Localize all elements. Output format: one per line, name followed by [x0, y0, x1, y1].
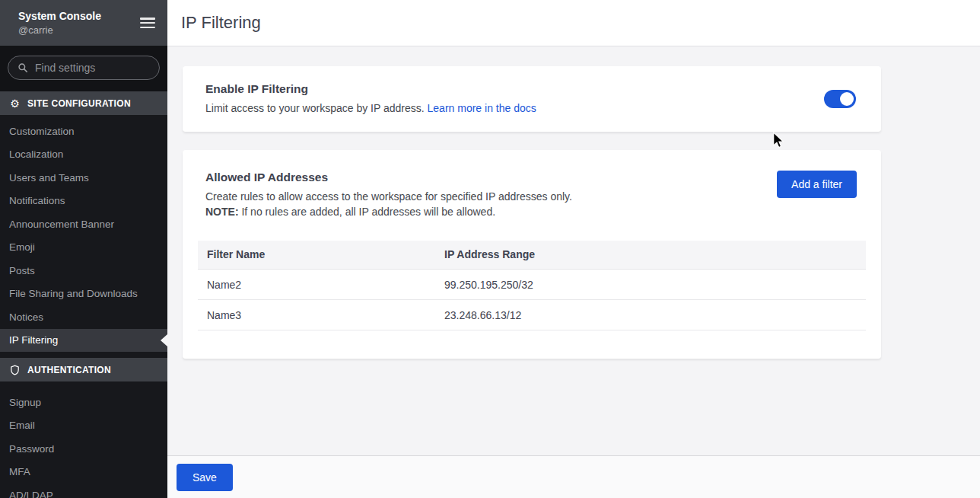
allowed-ip-addresses-text: Allowed IP Addresses Create rules to all…	[205, 171, 572, 220]
section-label: SITE CONFIGURATION	[27, 98, 131, 109]
shield-icon	[9, 364, 21, 376]
ip-range-cell: 23.248.66.13/12	[435, 300, 866, 330]
gear-icon: ⚙	[9, 98, 21, 109]
system-console-app: System Console @carrie Find settings ⚙ S…	[0, 0, 980, 498]
sidebar: System Console @carrie Find settings ⚙ S…	[0, 0, 167, 498]
column-header-filter-name: Filter Name	[198, 241, 435, 270]
settings-content: Enable IP Filtering Limit access to your…	[167, 46, 980, 455]
filter-name-cell: Name3	[198, 300, 435, 330]
add-a-filter-button[interactable]: Add a filter	[777, 171, 857, 198]
allowed-ip-addresses-header: Allowed IP Addresses Create rules to all…	[198, 171, 866, 220]
save-button[interactable]: Save	[177, 464, 233, 491]
search-placeholder: Find settings	[35, 62, 95, 74]
sidebar-item-signup[interactable]: Signup	[0, 391, 167, 414]
sidebar-item-posts[interactable]: Posts	[0, 259, 167, 283]
sidebar-header-text: System Console @carrie	[18, 9, 101, 37]
enable-ip-filtering-toggle[interactable]	[824, 90, 856, 108]
sidebar-item-customization[interactable]: Customization	[0, 120, 167, 143]
section-header-authentication: AUTHENTICATION	[0, 358, 167, 381]
search-input[interactable]: Find settings	[8, 56, 160, 80]
sidebar-item-file-sharing-and-downloads[interactable]: File Sharing and Downloads	[0, 283, 167, 306]
table-header-row: Filter Name IP Address Range	[198, 241, 866, 270]
sidebar-item-password[interactable]: Password	[0, 437, 167, 461]
note-label: NOTE:	[205, 206, 239, 218]
section-label: AUTHENTICATION	[27, 365, 111, 375]
enable-ip-filtering-card: Enable IP Filtering Limit access to your…	[183, 66, 881, 132]
sidebar-item-emoji[interactable]: Emoji	[0, 236, 167, 260]
sidebar-item-users-and-teams[interactable]: Users and Teams	[0, 166, 167, 190]
ip-filters-table: Filter Name IP Address Range Name2 99.25…	[198, 241, 866, 331]
ip-range-cell: 99.250.195.250/32	[435, 270, 866, 300]
enable-ip-filtering-description: Limit access to your workspace by IP add…	[205, 101, 536, 116]
search-icon	[18, 62, 28, 73]
sidebar-item-localization[interactable]: Localization	[0, 143, 167, 167]
section-header-site-configuration: ⚙ SITE CONFIGURATION	[0, 91, 167, 115]
sidebar-search-section: Find settings	[0, 46, 167, 91]
allowed-ip-addresses-title: Allowed IP Addresses	[205, 171, 572, 184]
learn-more-link[interactable]: Learn more in the docs	[428, 102, 536, 114]
description-text: Limit access to your workspace by IP add…	[205, 102, 428, 114]
authentication-nav: Signup Email Password MFA AD/LDAP	[0, 381, 167, 498]
console-title: System Console	[18, 9, 101, 24]
sidebar-item-notices[interactable]: Notices	[0, 305, 167, 329]
sidebar-item-notifications[interactable]: Notifications	[0, 190, 167, 213]
table-row[interactable]: Name2 99.250.195.250/32	[198, 270, 866, 300]
sidebar-item-ip-filtering[interactable]: IP Filtering	[0, 329, 167, 353]
main-panel: IP Filtering Enable IP Filtering Limit a…	[167, 0, 980, 498]
allowed-ip-addresses-description: Create rules to allow access to the work…	[205, 189, 572, 204]
table-row[interactable]: Name3 23.248.66.13/12	[198, 300, 866, 330]
toggle-knob	[840, 92, 854, 106]
current-user: @carrie	[18, 24, 101, 37]
sidebar-item-announcement-banner[interactable]: Announcement Banner	[0, 212, 167, 236]
allowed-ip-addresses-card: Allowed IP Addresses Create rules to all…	[183, 150, 881, 359]
sidebar-item-ad-ldap[interactable]: AD/LDAP	[0, 484, 167, 498]
sidebar-item-email[interactable]: Email	[0, 414, 167, 438]
hamburger-menu-icon[interactable]	[140, 18, 155, 28]
allowed-ip-addresses-note: NOTE: If no rules are added, all IP addr…	[205, 204, 572, 219]
filter-name-cell: Name2	[198, 270, 435, 300]
note-text: If no rules are added, all IP addresses …	[239, 206, 496, 218]
sidebar-header: System Console @carrie	[0, 0, 167, 46]
page-header: IP Filtering	[167, 0, 980, 46]
page-title: IP Filtering	[181, 13, 261, 33]
column-header-ip-address-range: IP Address Range	[435, 241, 866, 270]
enable-ip-filtering-title: Enable IP Filtering	[205, 82, 536, 96]
save-bar: Save	[167, 455, 980, 498]
sidebar-item-mfa[interactable]: MFA	[0, 461, 167, 484]
enable-ip-filtering-text: Enable IP Filtering Limit access to your…	[205, 82, 536, 116]
site-configuration-nav: Customization Localization Users and Tea…	[0, 115, 167, 358]
